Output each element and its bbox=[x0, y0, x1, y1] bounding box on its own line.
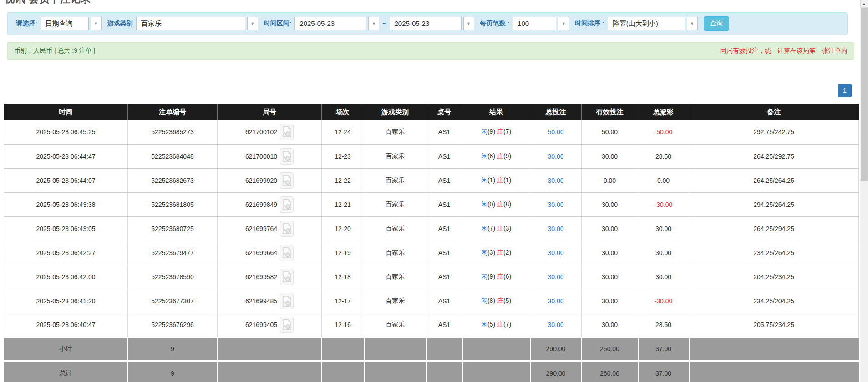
cell-bet-id: 522523684048 bbox=[128, 144, 218, 168]
header-cell: 桌号 bbox=[426, 104, 462, 120]
cell-valid-bet: 30.00 bbox=[582, 289, 638, 313]
cell-time: 2025-05-23 06:45:25 bbox=[4, 120, 128, 144]
total-bet-link[interactable]: 30.00 bbox=[548, 321, 563, 328]
cell-bet-id: 522523677307 bbox=[128, 289, 218, 313]
table-row: 2025-05-23 06:40:47 522523676296 6216994… bbox=[4, 313, 859, 337]
page-size-value[interactable]: 100 bbox=[513, 17, 556, 30]
total-bet-link[interactable]: 30.00 bbox=[548, 153, 563, 160]
cell-result: 闲(1) 庄(1) bbox=[462, 168, 530, 192]
video-record-button[interactable] bbox=[280, 269, 294, 285]
cell-time: 2025-05-23 06:44:07 bbox=[4, 168, 128, 192]
filter-bar: 请选择: 日期查询 ▼ 游戏类别 百家乐 ▼ 时间区间: 2025-05-23 … bbox=[7, 12, 848, 35]
header-cell: 场次 bbox=[322, 104, 364, 120]
result-player: 闲 bbox=[481, 201, 487, 208]
video-record-button[interactable] bbox=[280, 124, 294, 140]
video-record-button[interactable] bbox=[280, 196, 294, 213]
vertical-scrollbar[interactable]: ▲ bbox=[860, 0, 868, 382]
page-size-select[interactable]: 100 ▼ bbox=[513, 17, 569, 30]
total-label: 小计 bbox=[4, 337, 128, 361]
page-button-1[interactable]: 1 bbox=[838, 84, 852, 97]
cell-total-bet: 50.00 bbox=[530, 120, 582, 144]
cell-round-no: 621699764 bbox=[218, 216, 322, 241]
cell-game-type: 百家乐 bbox=[364, 241, 426, 265]
cell-total-bet: 30.00 bbox=[530, 192, 582, 216]
search-button[interactable]: 查询 bbox=[704, 16, 729, 31]
cell-payout: 30.00 bbox=[638, 216, 689, 241]
video-record-button[interactable] bbox=[280, 245, 294, 261]
cell-valid-bet: 30.00 bbox=[582, 192, 638, 216]
cell-remark: 264.25/264.25 bbox=[689, 168, 859, 192]
table-row: 2025-05-23 06:41:20 522523677307 6216994… bbox=[4, 289, 859, 313]
game-type-select[interactable]: 百家乐 ▼ bbox=[136, 17, 258, 30]
valid-bet-sum: 260.00 bbox=[582, 361, 638, 382]
date-to-select[interactable]: 2025-05-23 ▼ bbox=[390, 17, 474, 30]
cell-session: 12-19 bbox=[322, 241, 364, 265]
sort-value[interactable]: 降幂(由大到小) bbox=[608, 17, 685, 30]
video-record-icon bbox=[283, 126, 291, 137]
cell-total-bet: 30.00 bbox=[530, 144, 582, 168]
query-type-select[interactable]: 日期查询 ▼ bbox=[41, 17, 102, 30]
total-bet-link[interactable]: 50.00 bbox=[548, 128, 563, 136]
cell-valid-bet: 30.00 bbox=[582, 144, 638, 168]
video-record-button[interactable] bbox=[280, 221, 294, 237]
cell-total-bet: 30.00 bbox=[530, 313, 582, 337]
total-bet-link[interactable]: 30.00 bbox=[548, 249, 563, 256]
cell-time: 2025-05-23 06:42:00 bbox=[4, 265, 128, 289]
query-type-value[interactable]: 日期查询 bbox=[41, 17, 89, 30]
bet-records-table: 时间注单编号局号场次游戏类别桌号结果总投注有效投注总派彩备注 2025-05-2… bbox=[4, 104, 859, 382]
total-bet-link[interactable]: 30.00 bbox=[548, 273, 563, 281]
video-record-button[interactable] bbox=[280, 148, 294, 165]
cell-session: 12-18 bbox=[322, 265, 364, 289]
select-label: 请选择: bbox=[16, 20, 37, 28]
video-record-icon bbox=[283, 296, 291, 307]
cell-session: 12-20 bbox=[322, 216, 364, 241]
payout-value: -50.00 bbox=[655, 128, 673, 136]
total-bet-link[interactable]: 30.00 bbox=[548, 225, 563, 232]
video-record-icon bbox=[283, 247, 291, 258]
cell-result: 闲(8) 庄(5) bbox=[462, 289, 530, 313]
total-label: 总计 bbox=[4, 361, 128, 382]
grand-total-row: 总计 9 290.00 260.00 37.00 bbox=[4, 361, 859, 382]
result-player: 闲 bbox=[481, 273, 487, 280]
table-row: 2025-05-23 06:44:47 522523684048 6217000… bbox=[4, 144, 859, 168]
cell-time: 2025-05-23 06:43:05 bbox=[4, 216, 128, 241]
total-bet-link[interactable]: 30.00 bbox=[548, 297, 563, 305]
chevron-down-icon[interactable]: ▼ bbox=[247, 17, 258, 30]
chevron-down-icon[interactable]: ▼ bbox=[463, 17, 474, 30]
cell-result: 闲(3) 庄(2) bbox=[462, 241, 530, 265]
total-bet-link[interactable]: 30.00 bbox=[548, 201, 563, 208]
cell-valid-bet: 30.00 bbox=[582, 313, 638, 337]
date-from-value[interactable]: 2025-05-23 bbox=[294, 17, 366, 30]
chevron-down-icon[interactable]: ▼ bbox=[91, 17, 102, 30]
total-bet-link[interactable]: 30.00 bbox=[548, 177, 563, 184]
chevron-down-icon[interactable]: ▼ bbox=[687, 17, 698, 30]
chevron-down-icon[interactable]: ▼ bbox=[558, 17, 569, 30]
cell-session: 12-22 bbox=[322, 168, 364, 192]
cell-total-bet: 30.00 bbox=[530, 241, 582, 265]
game-type-value[interactable]: 百家乐 bbox=[136, 17, 245, 30]
cell-game-type: 百家乐 bbox=[364, 313, 426, 337]
header-cell: 总派彩 bbox=[638, 104, 689, 120]
cell-table-no: AS1 bbox=[426, 265, 462, 289]
note-same-round: 同局有效投注，统一计算在该局第一张注单内 bbox=[720, 47, 848, 55]
date-to-value[interactable]: 2025-05-23 bbox=[390, 17, 462, 30]
cell-session: 12-17 bbox=[322, 289, 364, 313]
cell-round-no: 621699405 bbox=[218, 313, 322, 337]
scroll-up-icon[interactable]: ▲ bbox=[860, 0, 868, 8]
sort-label: 时间排序 : bbox=[575, 20, 604, 28]
date-from-select[interactable]: 2025-05-23 ▼ bbox=[294, 17, 379, 30]
cell-valid-bet: 50.00 bbox=[582, 120, 638, 144]
result-banker: 庄 bbox=[497, 152, 503, 160]
video-record-button[interactable] bbox=[280, 293, 294, 309]
header-cell: 注单编号 bbox=[128, 104, 218, 120]
chevron-down-icon[interactable]: ▼ bbox=[368, 17, 379, 30]
scrollbar-thumb[interactable] bbox=[861, 8, 868, 181]
table-header-row: 时间注单编号局号场次游戏类别桌号结果总投注有效投注总派彩备注 bbox=[4, 104, 859, 120]
video-record-button[interactable] bbox=[280, 172, 294, 189]
cell-payout: -50.00 bbox=[638, 120, 689, 144]
cell-round-no: 621699582 bbox=[218, 265, 322, 289]
video-record-button[interactable] bbox=[280, 317, 294, 333]
sort-select[interactable]: 降幂(由大到小) ▼ bbox=[608, 17, 698, 30]
cell-remark: 294.25/264.25 bbox=[689, 192, 859, 216]
cell-round-no: 621699485 bbox=[218, 289, 322, 313]
